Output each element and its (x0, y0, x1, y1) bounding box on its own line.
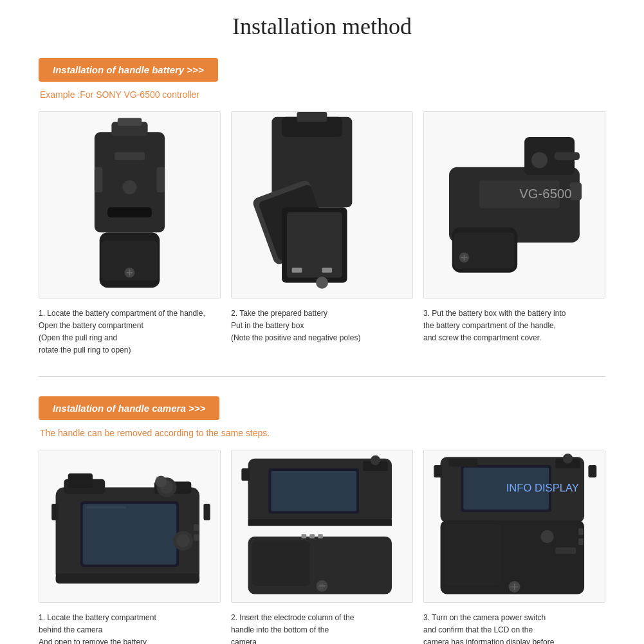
svg-rect-38 (68, 473, 93, 488)
battery-captions-row: 1. Locate the battery compartment of the… (39, 305, 605, 357)
svg-rect-26 (454, 232, 515, 268)
svg-rect-19 (322, 268, 333, 273)
battery-image-2 (231, 111, 413, 299)
svg-point-7 (123, 180, 137, 194)
svg-rect-51 (194, 534, 199, 540)
camera-caption-2: 2. Insert the electrode column of the ha… (231, 609, 413, 644)
camera-caption-3: 3. Turn on the camera power switch and c… (423, 609, 605, 644)
svg-rect-41 (86, 506, 127, 508)
svg-rect-48 (203, 504, 210, 520)
svg-rect-5 (95, 167, 102, 192)
main-title: Installation method (39, 13, 605, 40)
camera-image-3: INFO DISPLAY (423, 450, 605, 603)
battery-image-3: VG-6500 (423, 111, 605, 299)
camera-svg-2 (232, 450, 412, 602)
battery-image-1 (39, 111, 221, 299)
svg-rect-40 (83, 504, 177, 565)
svg-rect-22 (297, 112, 327, 122)
svg-rect-74 (434, 465, 442, 477)
battery-section-badge: Installation of handle battery >>> (39, 58, 218, 82)
svg-rect-8 (115, 152, 145, 160)
camera-svg-3: INFO DISPLAY (424, 450, 605, 602)
camera-captions-row: 1. Locate the battery compartment behind… (39, 609, 605, 644)
battery-grip-svg-1 (39, 112, 220, 298)
svg-rect-49 (56, 573, 200, 583)
svg-point-20 (316, 277, 328, 289)
svg-rect-79 (555, 547, 576, 553)
svg-rect-18 (292, 268, 302, 273)
camera-images-row: INFO DISPLAY (39, 450, 605, 603)
camera-section-badge: Installation of handle camera >>> (39, 396, 219, 420)
svg-point-46 (155, 475, 167, 487)
camera-image-2 (231, 450, 413, 603)
svg-point-78 (540, 529, 553, 542)
svg-point-45 (176, 534, 189, 547)
svg-rect-4 (118, 118, 142, 125)
svg-point-72 (563, 454, 573, 463)
battery-images-row: VG-6500 (39, 111, 605, 299)
svg-rect-73 (448, 458, 477, 466)
svg-rect-54 (271, 470, 356, 511)
battery-section: Installation of handle battery >>> Examp… (39, 58, 605, 357)
camera-svg-1 (39, 450, 220, 602)
camera-section: Installation of handle camera >>> The ha… (39, 396, 605, 644)
battery-grip-svg-3: VG-6500 (424, 112, 605, 298)
svg-rect-9 (107, 207, 152, 217)
svg-point-56 (371, 455, 380, 465)
svg-rect-64 (302, 534, 307, 538)
battery-caption-2: 2. Take the prepared battery Put in the … (231, 305, 413, 357)
camera-image-1 (39, 450, 221, 603)
svg-rect-58 (248, 519, 392, 526)
svg-rect-66 (318, 534, 323, 538)
svg-text:VG-6500: VG-6500 (519, 187, 571, 201)
battery-caption-1: 1. Locate the battery compartment of the… (39, 305, 221, 357)
svg-rect-57 (241, 468, 250, 481)
battery-section-subtitle: Example :For SONY VG-6500 controller (40, 89, 605, 100)
svg-rect-84 (578, 538, 584, 544)
svg-rect-50 (194, 524, 199, 530)
svg-rect-65 (309, 534, 315, 538)
svg-text:INFO DISPLAY: INFO DISPLAY (506, 481, 579, 493)
svg-rect-77 (445, 524, 501, 585)
svg-rect-28 (555, 152, 580, 160)
svg-rect-47 (51, 504, 58, 520)
svg-rect-83 (578, 528, 584, 535)
battery-grip-svg-2 (232, 112, 412, 298)
battery-caption-3: 3. Put the battery box with the battery … (423, 305, 605, 357)
svg-rect-60 (252, 540, 309, 585)
svg-rect-6 (157, 167, 165, 192)
section-divider (39, 376, 605, 377)
camera-section-subtitle: The handle can be removed according to t… (40, 428, 605, 438)
camera-caption-1: 1. Locate the battery compartment behind… (39, 609, 221, 644)
svg-point-27 (531, 152, 547, 168)
svg-rect-75 (588, 465, 596, 477)
page-container: Installation method Installation of hand… (0, 0, 644, 644)
